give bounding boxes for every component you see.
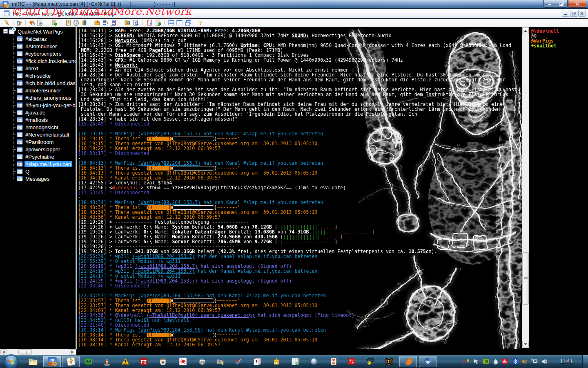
scroll-down-button[interactable] [522, 341, 529, 348]
notify-list-icon[interactable] [146, 19, 153, 26]
colors-icon[interactable] [81, 19, 88, 26]
king-card-icon[interactable] [272, 357, 281, 366]
chat-scrollbar-thumb[interactable] [522, 252, 529, 305]
tree-item--idiotenbunker[interactable]: #IdiotenBunker [0, 87, 76, 94]
address-book-icon[interactable] [65, 19, 71, 26]
nvidia-tray-icon[interactable] [483, 358, 489, 365]
audio-manager-tray-icon[interactable] [521, 358, 528, 365]
options-icon[interactable] [16, 19, 23, 26]
mirc-taskbar-button[interactable]: m [43, 356, 61, 367]
tree-item--ich-sucke[interactable]: #ich-sucke [0, 72, 76, 80]
start-button[interactable] [3, 354, 19, 368]
tree-item--powerslapper[interactable]: #powerslapper [0, 146, 76, 153]
tree-item--idlers-anonymous[interactable]: #idlers_anonymous [0, 94, 76, 102]
tile-vertical-icon[interactable] [176, 19, 183, 26]
winamp-taskbar-button[interactable] [62, 356, 80, 367]
scroll-right-button[interactable] [69, 349, 75, 355]
bee-checker-icon[interactable] [365, 357, 375, 366]
mdi-close-button[interactable] [578, 10, 586, 17]
paint-splat-icon[interactable] [178, 357, 188, 366]
taskbar-clock[interactable]: 11:41 [556, 359, 577, 364]
tree-item--slap-me-if-you-can[interactable]: #slap.me.if.you.can [0, 161, 76, 168]
chat-segment: [10:08:19] * Kanal erzeugt am: 12.12.201… [78, 342, 220, 348]
grid-icon[interactable]: 9 [290, 357, 300, 366]
help-icon[interactable]: ? [197, 19, 204, 26]
dcc-send-icon[interactable] [94, 19, 101, 26]
restore-button[interactable] [556, 0, 568, 8]
thunderbird-taskbar-button[interactable] [419, 356, 437, 367]
dice-icon[interactable] [347, 357, 356, 366]
tree-item-q[interactable]: ?Q [0, 168, 76, 175]
firefox-taskbar-button[interactable] [399, 356, 417, 367]
hazard-icon [121, 357, 130, 366]
timers-icon[interactable] [73, 19, 80, 26]
channel-tree[interactable]: QuakeNet WarPigs #alcatraz#Atombunker#cy… [0, 27, 76, 349]
arrow-tray-icon[interactable] [473, 358, 479, 365]
user-central-icon[interactable] [110, 19, 117, 26]
tree-item--mondgesicht[interactable]: #mondgesicht [0, 124, 76, 131]
svg-text:9: 9 [296, 362, 298, 365]
tile-horizontal-icon[interactable] [168, 19, 175, 26]
jar-icon[interactable] [158, 357, 168, 366]
mahjong-icon[interactable] [329, 357, 339, 366]
url-list-icon[interactable] [155, 19, 162, 26]
globe-icon [310, 357, 318, 366]
find-file-icon[interactable] [124, 19, 131, 26]
tree-item--atombunker[interactable]: #Atombunker [0, 43, 76, 50]
zonealarm-icon[interactable] [84, 357, 94, 366]
tree-root-row[interactable]: QuakeNet WarPigs [0, 28, 76, 36]
tree-scrollbar-thumb[interactable] [18, 349, 32, 355]
show-desktop-button[interactable] [582, 355, 588, 368]
tree-item--mafiosis[interactable]: #mafiosis [0, 117, 76, 124]
favorites-icon[interactable] [28, 19, 35, 26]
tree-item--cyberscripters[interactable]: #cyberscripters [0, 50, 76, 58]
find-text-icon[interactable] [132, 19, 139, 26]
mdi-restore-button[interactable] [570, 10, 577, 17]
droplet-tray-icon[interactable] [492, 358, 499, 365]
camera-shield-icon[interactable] [215, 357, 225, 366]
tree-root-label[interactable]: QuakeNet WarPigs [18, 29, 63, 35]
tree-item-label: #Nervenheilanstalt [25, 132, 69, 138]
bluetooth-tray-icon[interactable] [512, 358, 519, 365]
tree-expander-icon[interactable] [3, 29, 8, 34]
tree-item--alcatraz[interactable]: #alcatraz [0, 36, 76, 43]
explorer-icon[interactable] [28, 357, 38, 366]
channels-list-icon[interactable] [36, 19, 43, 26]
tree-item--nervenheilanstalt[interactable]: #Nervenheilanstalt [0, 131, 76, 139]
tree-item--hnxt[interactable]: #hnxt [0, 65, 76, 72]
txt2-tray-icon[interactable]: txt2 [463, 358, 469, 365]
tree-item--ich-bin-bl-d-und-das-i[interactable]: #ich.bin.blöd.und.das.i [0, 80, 76, 87]
gimp-icon[interactable] [197, 357, 207, 366]
globe-icon[interactable] [309, 357, 319, 366]
network-tray-icon[interactable] [531, 358, 538, 365]
tree-item-messages[interactable]: ?Messages [0, 175, 76, 183]
connect-icon[interactable] [3, 19, 10, 26]
query-user-icon[interactable] [102, 19, 109, 26]
tree-item-label: #alcatraz [25, 36, 47, 42]
nick-item[interactable]: +snailbot [531, 43, 557, 48]
mdi-minimize-button[interactable] [562, 10, 569, 17]
hazard-icon[interactable] [120, 357, 130, 366]
scroll-up-button[interactable] [522, 28, 529, 34]
close-button[interactable] [568, 0, 586, 8]
unreal-icon[interactable]: U [384, 357, 394, 366]
solitaire-icon[interactable] [252, 357, 262, 366]
tree-item-label: #java.de [25, 110, 45, 116]
tree-item--if-you-join-you-get-b[interactable]: #if-you-join-you-get-b [0, 102, 76, 109]
filezilla-icon[interactable]: FZ [139, 357, 149, 366]
tree-item--panikroom[interactable]: #Panikroom [0, 139, 76, 146]
minimize-button[interactable] [543, 0, 555, 8]
tree-item--fick-dich-ins-knie-und[interactable]: #fick.dich.ins.knie.und [0, 58, 76, 65]
volume-tray-icon[interactable] [541, 358, 548, 365]
tree-item--java-de[interactable]: #java.de [0, 109, 76, 117]
rainbow-check-icon[interactable] [233, 357, 243, 366]
chat-segment: 10.575cm [409, 249, 432, 254]
vlc-icon[interactable] [102, 357, 112, 366]
chat-area[interactable]: [14:16:11] > RAM: Free: 2.28GB/4GB VIRTU… [76, 27, 522, 349]
chat-scrollbar[interactable] [522, 27, 529, 348]
avira-tray-icon[interactable] [501, 358, 508, 365]
cascade-icon[interactable] [185, 19, 192, 26]
nick-list[interactable]: @\dev\null@Q@WarPigs+snailbot [529, 27, 588, 349]
scripts-editor-icon[interactable] [51, 19, 58, 26]
tree-item--psychiatrie[interactable]: #Psychiatrie [0, 153, 76, 161]
